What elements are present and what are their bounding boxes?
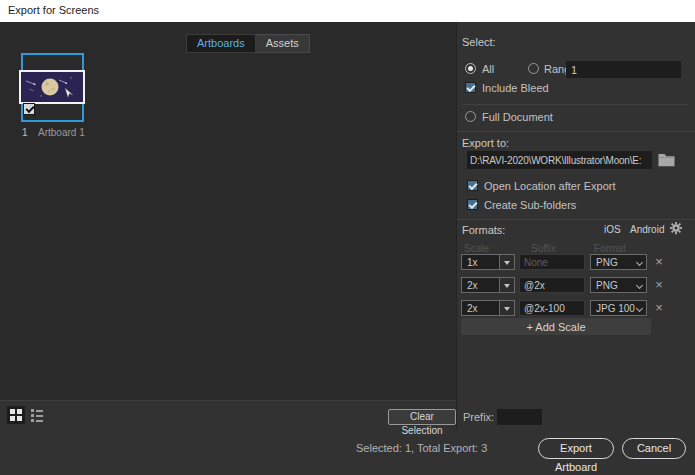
tab-assets[interactable]: Assets — [256, 34, 310, 53]
format-value: PNG — [596, 257, 618, 268]
include-bleed-label: Include Bleed — [482, 82, 549, 94]
section-divider-1 — [457, 131, 695, 132]
suffix-input[interactable] — [519, 277, 585, 293]
format-settings-button[interactable] — [669, 221, 683, 235]
create-subfolders-checkbox[interactable] — [467, 199, 478, 210]
suffix-input[interactable] — [519, 254, 585, 270]
tab-artboards[interactable]: Artboards — [186, 34, 256, 53]
include-bleed-checkbox[interactable] — [465, 82, 476, 93]
prefix-label: Prefix: — [463, 411, 494, 423]
browse-folder-button[interactable] — [658, 153, 675, 167]
format-row: 2x JPG 100 — [461, 300, 673, 316]
section-divider-2 — [457, 219, 695, 220]
list-view-button[interactable] — [28, 406, 46, 424]
select-inner-divider — [462, 104, 688, 105]
export-artboard-button[interactable]: Export Artboard — [538, 438, 614, 459]
artboard-checkbox[interactable] — [23, 103, 35, 115]
full-document-label: Full Document — [482, 111, 553, 123]
gear-icon — [669, 221, 683, 235]
format-row: 2x PNG — [461, 277, 673, 293]
select-all-label: All — [482, 63, 494, 75]
create-subfolders-label: Create Sub-folders — [484, 199, 576, 211]
format-select[interactable]: PNG — [590, 277, 647, 293]
grid-view-button[interactable] — [7, 406, 25, 424]
scale-value[interactable]: 1x — [461, 254, 500, 270]
suffix-input[interactable] — [519, 300, 585, 316]
clear-selection-button[interactable]: Clear Selection — [388, 409, 456, 425]
export-to-title: Export to: — [462, 137, 509, 149]
prefix-input[interactable] — [497, 409, 542, 425]
select-all-radio[interactable] — [465, 63, 476, 74]
ios-presets-link[interactable]: iOS — [604, 224, 621, 235]
format-row: 1x PNG — [461, 254, 673, 270]
format-select[interactable]: PNG — [590, 254, 647, 270]
remove-format-icon[interactable] — [652, 254, 666, 270]
export-for-screens-dialog: Export for Screens Artboards Assets — [0, 0, 695, 475]
panel-divider — [456, 22, 457, 430]
artboard-browser-panel: Artboards Assets — [0, 22, 456, 400]
remove-format-icon[interactable] — [652, 300, 666, 316]
toolbar-divider — [0, 400, 456, 401]
scale-value[interactable]: 2x — [461, 300, 500, 316]
dialog-titlebar: Export for Screens — [0, 0, 695, 22]
formats-title: Formats: — [462, 224, 505, 236]
export-path-input[interactable] — [467, 151, 652, 169]
grid-view-icon — [10, 409, 22, 421]
artboard-thumbnail[interactable] — [19, 70, 85, 104]
range-input[interactable] — [566, 61, 681, 78]
scale-dropdown-icon[interactable] — [500, 300, 515, 316]
chevron-down-icon — [636, 305, 643, 312]
android-presets-link[interactable]: Android — [630, 224, 664, 235]
cancel-button[interactable]: Cancel — [622, 438, 686, 459]
format-select[interactable]: JPG 100 — [590, 300, 647, 316]
remove-format-icon[interactable] — [652, 277, 666, 293]
chevron-down-icon — [636, 282, 643, 289]
artboard-name: Artboard 1 — [38, 127, 85, 138]
chevron-down-icon — [636, 259, 643, 266]
column-header-suffix: Suffix — [531, 243, 556, 254]
artboard-index: 1 — [22, 127, 28, 138]
dialog-title: Export for Screens — [8, 4, 99, 16]
dialog-body: Artboards Assets — [0, 22, 695, 475]
format-value: JPG 100 — [596, 303, 635, 314]
export-summary: Selected: 1, Total Export: 3 — [356, 442, 487, 454]
open-location-checkbox[interactable] — [467, 180, 478, 191]
folder-icon — [658, 153, 675, 167]
select-section-title: Select: — [462, 36, 496, 48]
moon-artwork — [21, 72, 83, 102]
column-header-scale: Scale — [464, 243, 489, 254]
scale-dropdown-icon[interactable] — [500, 254, 515, 270]
list-view-icon — [31, 409, 44, 422]
open-location-label: Open Location after Export — [484, 180, 615, 192]
add-scale-button[interactable]: + Add Scale — [461, 318, 651, 335]
range-radio[interactable] — [528, 63, 539, 74]
scale-dropdown-icon[interactable] — [500, 277, 515, 293]
format-value: PNG — [596, 280, 618, 291]
full-document-radio[interactable] — [465, 111, 476, 122]
tabbar: Artboards Assets — [186, 34, 310, 53]
scale-value[interactable]: 2x — [461, 277, 500, 293]
column-header-format: Format — [594, 243, 626, 254]
